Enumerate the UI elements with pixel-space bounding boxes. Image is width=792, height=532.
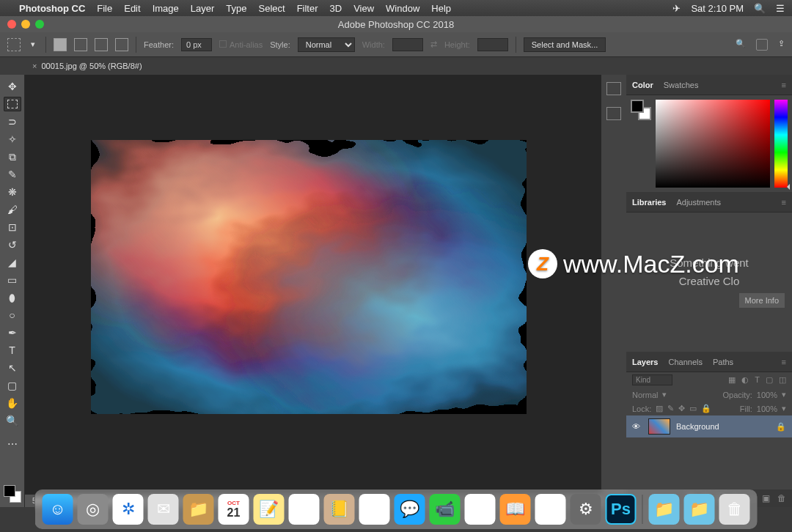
lock-artboard-icon[interactable]: ▭ — [689, 404, 697, 413]
opacity-value[interactable]: 100% — [757, 391, 777, 399]
dock-documents[interactable]: 📁 — [684, 494, 715, 525]
feather-input[interactable] — [181, 38, 212, 51]
dodge-tool[interactable]: ○ — [4, 308, 21, 322]
menu-layer[interactable]: Layer — [191, 3, 215, 14]
zoom-tool[interactable]: 🔍 — [4, 413, 21, 428]
menu-file[interactable]: File — [97, 3, 112, 14]
history-brush-tool[interactable]: ↺ — [4, 237, 21, 252]
menu-image[interactable]: Image — [153, 3, 179, 14]
status-icon[interactable]: ✈ — [672, 3, 681, 14]
menubar-clock[interactable]: Sat 2:10 PM — [691, 3, 744, 14]
tab-adjustments[interactable]: Adjustments — [676, 198, 721, 207]
tab-color[interactable]: Color — [632, 81, 653, 89]
minimize-window-button[interactable] — [21, 20, 30, 29]
lock-paint-icon[interactable]: ✎ — [667, 404, 674, 413]
eyedropper-tool[interactable]: ✎ — [4, 167, 21, 182]
blur-tool[interactable]: ⬮ — [4, 290, 21, 305]
dock-contacts[interactable]: 📒 — [324, 494, 355, 525]
dock-contacts-folder[interactable]: 📁 — [183, 494, 214, 525]
menu-3d[interactable]: 3D — [330, 3, 342, 14]
workspace-icon[interactable] — [756, 39, 768, 51]
app-name-menu[interactable]: Photoshop CC — [19, 3, 85, 14]
path-selection-tool[interactable]: ↖ — [4, 361, 21, 375]
dock-finder[interactable]: ☺ — [43, 494, 73, 525]
tab-swatches[interactable]: Swatches — [664, 81, 699, 89]
tool-preset-dropdown[interactable]: ▾ — [28, 40, 38, 49]
tab-paths[interactable]: Paths — [713, 358, 733, 366]
menu-help[interactable]: Help — [431, 3, 451, 14]
close-window-button[interactable] — [7, 20, 16, 29]
tab-libraries[interactable]: Libraries — [632, 198, 666, 207]
tab-channels[interactable]: Channels — [668, 358, 702, 366]
crop-tool[interactable]: ⧉ — [4, 149, 21, 164]
shape-tool[interactable]: ▢ — [4, 378, 21, 393]
dock-reminders[interactable]: ☰ — [289, 494, 320, 525]
collapsed-panel-icon[interactable] — [606, 107, 621, 120]
selection-intersect-icon[interactable] — [115, 38, 128, 51]
tool-preset-icon[interactable] — [7, 38, 21, 51]
lasso-tool[interactable]: ⊃ — [4, 114, 21, 129]
color-swatches[interactable] — [4, 485, 21, 503]
lock-all-icon[interactable]: 🔒 — [701, 404, 711, 413]
selection-add-icon[interactable] — [74, 38, 87, 51]
color-picker-square[interactable] — [656, 100, 770, 188]
filter-shape-icon[interactable]: ▢ — [766, 375, 773, 385]
panel-menu-icon[interactable]: ≡ — [782, 358, 786, 366]
dock-ibooks[interactable]: 📖 — [500, 494, 531, 525]
visibility-toggle-icon[interactable]: 👁 — [632, 422, 642, 431]
canvas-area[interactable]: 50% Doc: 11.7M/11.7M▸ — [25, 75, 601, 507]
pen-tool[interactable]: ✒ — [4, 325, 21, 340]
delete-layer-icon[interactable]: 🗑 — [777, 493, 786, 503]
selection-subtract-icon[interactable] — [95, 38, 108, 51]
dock-facetime[interactable]: 📹 — [430, 494, 461, 525]
menu-window[interactable]: Window — [386, 3, 419, 14]
dock-safari[interactable]: ✲ — [113, 494, 144, 525]
menu-type[interactable]: Type — [226, 3, 246, 14]
spotlight-icon[interactable]: 🔍 — [754, 3, 766, 14]
dock-calendar[interactable]: OCT21 — [219, 494, 249, 525]
menu-edit[interactable]: Edit — [124, 3, 140, 14]
menu-filter[interactable]: Filter — [297, 3, 318, 14]
filter-type-icon[interactable]: T — [755, 375, 760, 385]
marquee-tool[interactable] — [4, 97, 21, 111]
edit-toolbar[interactable]: ⋯ — [4, 437, 21, 451]
dock-mail[interactable]: ✉ — [148, 494, 179, 525]
type-tool[interactable]: T — [4, 343, 21, 358]
layer-row[interactable]: 👁 Background 🔒 — [626, 415, 792, 437]
healing-brush-tool[interactable]: ❋ — [4, 185, 21, 199]
document-tab[interactable]: 00015.jpg @ 50% (RGB/8#) — [41, 62, 142, 70]
filter-smart-icon[interactable]: ◫ — [779, 375, 786, 385]
clone-stamp-tool[interactable]: ⊡ — [4, 220, 21, 234]
dock-appstore[interactable]: Ⓐ — [535, 494, 566, 525]
dock-photoshop[interactable]: Ps — [606, 494, 637, 525]
filter-adjust-icon[interactable]: ◐ — [741, 375, 749, 385]
lock-transparent-icon[interactable]: ▨ — [656, 404, 663, 413]
gradient-tool[interactable]: ▭ — [4, 273, 21, 287]
fill-value[interactable]: 100% — [757, 404, 777, 413]
selection-new-icon[interactable] — [54, 38, 67, 51]
brush-tool[interactable]: 🖌 — [4, 202, 21, 217]
layer-name[interactable]: Background — [676, 422, 719, 431]
tab-layers[interactable]: Layers — [632, 358, 658, 366]
menu-view[interactable]: View — [353, 3, 374, 14]
filter-pixel-icon[interactable]: ▦ — [728, 375, 736, 385]
notification-center-icon[interactable]: ☰ — [776, 3, 785, 14]
new-layer-icon[interactable]: ▣ — [762, 493, 770, 503]
dock-system-prefs[interactable]: ⚙ — [571, 494, 601, 525]
hand-tool[interactable]: ✋ — [4, 396, 21, 410]
menu-select[interactable]: Select — [258, 3, 285, 14]
panel-menu-icon[interactable]: ≡ — [782, 198, 786, 207]
dock-downloads[interactable]: 📁 — [649, 494, 680, 525]
dock-itunes[interactable]: ♫ — [465, 494, 496, 525]
close-tab-button[interactable]: × — [32, 62, 37, 70]
panel-fgbg-swatch[interactable] — [631, 100, 651, 188]
move-tool[interactable]: ✥ — [4, 79, 21, 94]
panel-menu-icon[interactable]: ≡ — [782, 81, 786, 89]
eraser-tool[interactable]: ◢ — [4, 255, 21, 270]
dock-trash[interactable]: 🗑 — [719, 494, 750, 525]
magic-wand-tool[interactable]: ✧ — [4, 132, 21, 147]
share-icon[interactable]: ⇪ — [778, 39, 785, 51]
select-and-mask-button[interactable]: Select and Mask... — [524, 37, 606, 52]
search-icon[interactable]: 🔍 — [736, 39, 746, 51]
hue-slider[interactable] — [774, 100, 788, 188]
